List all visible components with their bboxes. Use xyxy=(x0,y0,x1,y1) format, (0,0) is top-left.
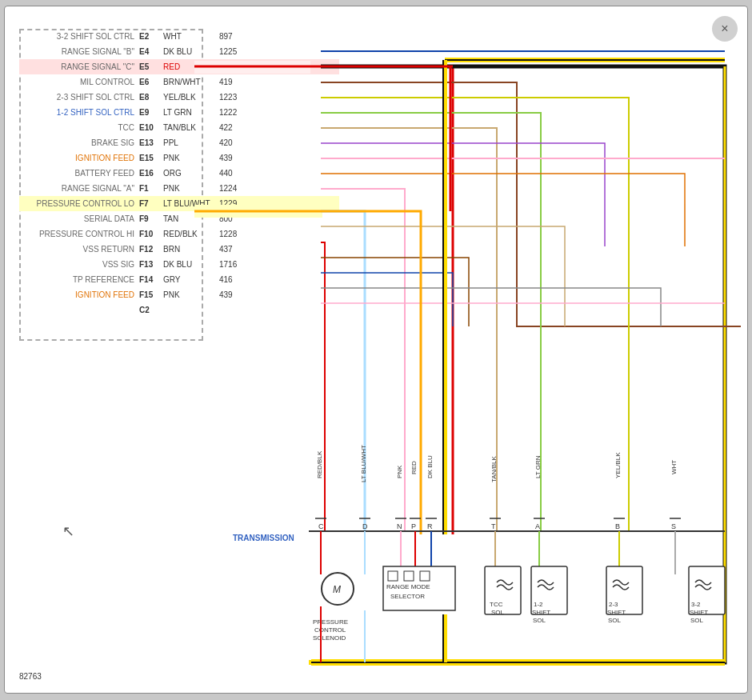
pin-label: MIL CONTROL xyxy=(19,78,139,86)
svg-text:B: B xyxy=(615,522,620,530)
pin-label: 3-2 SHIFT SOL CTRL xyxy=(19,32,139,41)
svg-text:TCC: TCC xyxy=(490,601,503,608)
svg-text:DK BLU: DK BLU xyxy=(426,455,434,478)
pin-num: 440 xyxy=(219,169,251,178)
pin-id: C2 xyxy=(139,306,163,314)
svg-text:CONTROL: CONTROL xyxy=(314,626,346,634)
pin-label: BATTERY FEED xyxy=(19,169,139,178)
pin-id: E9 xyxy=(139,108,163,117)
svg-text:LT GRN: LT GRN xyxy=(534,455,542,478)
pin-id: F7 xyxy=(139,199,163,208)
pin-id: E4 xyxy=(139,47,163,56)
svg-text:D: D xyxy=(362,522,368,530)
svg-text:TRANSMISSION: TRANSMISSION xyxy=(233,534,294,542)
pin-row: TCC E10 TAN/BLK 422 xyxy=(19,120,339,135)
pin-row: 1-2 SHIFT SOL CTRL E9 LT GRN 1222 xyxy=(19,105,339,120)
svg-text:C: C xyxy=(318,522,324,530)
pin-row: SERIAL DATA F9 TAN 800 xyxy=(19,211,339,226)
pin-label: RANGE SIGNAL "A" xyxy=(19,184,139,193)
close-button[interactable]: × xyxy=(712,16,738,42)
pin-row: IGNITION FEED E15 PNK 439 xyxy=(19,150,339,166)
svg-rect-45 xyxy=(383,566,455,610)
pin-label: 2-3 SHIFT SOL CTRL xyxy=(19,93,139,102)
pin-label: BRAKE SIG xyxy=(19,138,139,147)
pin-row: BRAKE SIG E13 PPL 420 xyxy=(19,135,339,150)
svg-text:A: A xyxy=(535,522,540,530)
pin-row: VSS RETURN F12 BRN 437 xyxy=(19,242,339,257)
pin-num: 897 xyxy=(219,32,251,41)
pin-num: 437 xyxy=(219,245,251,254)
pin-label: SERIAL DATA xyxy=(19,214,139,223)
pin-id: E2 xyxy=(139,32,163,41)
pin-num: 1222 xyxy=(219,108,251,117)
svg-text:RED/BLK: RED/BLK xyxy=(316,450,323,478)
pin-color: PNK xyxy=(163,154,219,162)
svg-text:T: T xyxy=(491,522,496,530)
pin-row: VSS SIG F13 DK BLU 1716 xyxy=(19,257,339,272)
pin-row: BATTERY FEED E16 ORG 440 xyxy=(19,166,339,181)
svg-text:LT BLU/WHT: LT BLU/WHT xyxy=(360,445,367,482)
svg-rect-50 xyxy=(404,571,414,581)
pin-id: E6 xyxy=(139,78,163,86)
pin-num: 419 xyxy=(219,78,251,86)
pin-num: 1225 xyxy=(219,47,251,56)
svg-text:YEL/BLK: YEL/BLK xyxy=(614,452,622,478)
pin-num: 1229 xyxy=(219,199,251,208)
pin-id: E10 xyxy=(139,123,163,132)
svg-text:M: M xyxy=(333,584,341,595)
svg-rect-49 xyxy=(388,571,398,581)
pin-color: DK BLU xyxy=(163,260,219,269)
pin-color: GRY xyxy=(163,275,219,284)
pin-color: ORG xyxy=(163,169,219,178)
pin-label: 1-2 SHIFT SOL CTRL xyxy=(19,108,139,117)
pin-label: PRESSURE CONTROL HI xyxy=(19,230,139,238)
pin-row: RANGE SIGNAL "C" E5 RED 1226 xyxy=(19,59,339,74)
diagram-number: 82763 xyxy=(19,672,42,681)
pin-num: 1226 xyxy=(219,62,251,71)
pin-row: MIL CONTROL E6 BRN/WHT 419 xyxy=(19,74,339,90)
pin-row: PRESSURE CONTROL LO F7 LT BLU/WHT 1229 xyxy=(19,196,339,211)
pin-label: TP REFERENCE xyxy=(19,275,139,284)
pin-color: WHT xyxy=(163,32,219,41)
pin-row: PRESSURE CONTROL HI F10 RED/BLK 1228 xyxy=(19,226,339,242)
pin-num: 439 xyxy=(219,290,251,299)
svg-text:SOL: SOL xyxy=(608,617,622,624)
pin-color: PPL xyxy=(163,138,219,147)
pin-label: IGNITION FEED xyxy=(19,154,139,162)
svg-text:B: B xyxy=(423,573,427,580)
pin-id: F15 xyxy=(139,290,163,299)
pin-id: F1 xyxy=(139,184,163,193)
pin-label: PRESSURE CONTROL LO xyxy=(19,199,139,208)
pin-id: E13 xyxy=(139,138,163,147)
pin-color: PNK xyxy=(163,290,219,299)
svg-text:SOL: SOL xyxy=(690,617,704,624)
pin-num: 416 xyxy=(219,275,251,284)
svg-text:C: C xyxy=(407,573,412,580)
svg-text:R: R xyxy=(427,522,433,530)
pin-color: LT GRN xyxy=(163,108,219,117)
pin-row: 3-2 SHIFT SOL CTRL E2 WHT 897 xyxy=(19,29,339,44)
pin-label: TCC xyxy=(19,123,139,132)
pin-num: 1228 xyxy=(219,230,251,238)
pin-color: RED/BLK xyxy=(163,230,219,238)
svg-text:1-2: 1-2 xyxy=(534,601,543,608)
pin-label: IGNITION FEED xyxy=(19,290,139,299)
svg-text:SOL: SOL xyxy=(491,609,505,616)
diagram-area: POWERTRAIN CONTROL MODULE (PCM) (UNDER R… xyxy=(5,6,747,693)
svg-text:SELECTOR: SELECTOR xyxy=(390,593,425,600)
svg-text:TAN/BLK: TAN/BLK xyxy=(490,456,498,482)
pin-row: 2-3 SHIFT SOL CTRL E8 YEL/BLK 1223 xyxy=(19,90,339,105)
pin-color: TAN/BLK xyxy=(163,123,219,132)
pin-color: BRN xyxy=(163,245,219,254)
pin-list: 3-2 SHIFT SOL CTRL E2 WHT 897 RANGE SIGN… xyxy=(19,29,339,318)
svg-text:SOL: SOL xyxy=(533,617,546,624)
pin-num: 1223 xyxy=(219,93,251,102)
pin-id: F14 xyxy=(139,275,163,284)
pin-color: LT BLU/WHT xyxy=(163,199,219,208)
pin-num: 1716 xyxy=(219,260,251,269)
pin-label: VSS SIG xyxy=(19,260,139,269)
svg-text:PRESSURE: PRESSURE xyxy=(313,618,348,626)
pin-color: YEL/BLK xyxy=(163,93,219,102)
pin-row: TP REFERENCE F14 GRY 416 xyxy=(19,272,339,287)
pin-color: PNK xyxy=(163,184,219,193)
